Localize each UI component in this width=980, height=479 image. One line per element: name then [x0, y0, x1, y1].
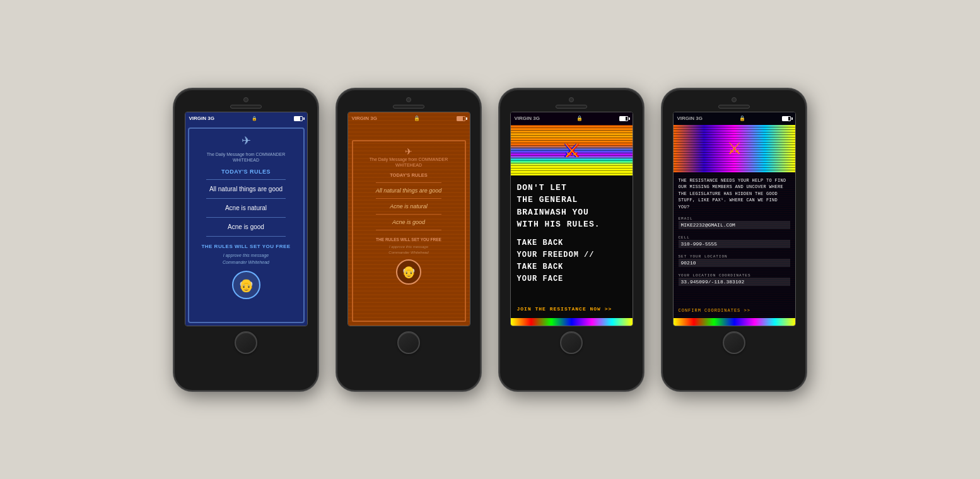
orange-content: ✈ The Daily Message from COMMANDER WHITE… [352, 140, 466, 322]
blue-approve: I approve this message Commander Whitehe… [223, 252, 269, 266]
speaker-2 [393, 105, 424, 109]
status-bar-4: VIRGIN 3G 🔒 [674, 112, 795, 125]
location-label: SET YOUR LOCATION [679, 254, 790, 259]
divider-o2 [376, 198, 441, 199]
data-logo: ⚔ [727, 139, 742, 158]
phone-orange: VIRGIN 3G 🔒 ✈ The Daily Message from COM… [336, 88, 481, 391]
glitch-bottom-bar [511, 318, 633, 326]
camera-1 [243, 97, 248, 102]
home-button-4[interactable] [723, 331, 745, 354]
status-bar-2: VIRGIN 3G 🔒 [348, 112, 470, 125]
data-confirm-cta[interactable]: CONFIRM COORDINATES >> [679, 308, 790, 313]
blue-rule-3: Acne is good [228, 223, 264, 231]
camera-3 [569, 97, 574, 102]
screen-4: VIRGIN 3G 🔒 ⚔ THE RESISTANCE NEEDS YOUR … [673, 112, 796, 326]
carrier-2: VIRGIN 3G [352, 115, 377, 121]
divider-o1 [376, 182, 441, 183]
blue-rule-2: Acne is natural [225, 204, 267, 212]
screen-1: VIRGIN 3G 🔒 ✈ The Daily Message from COM… [185, 112, 308, 326]
coords-value: 33.945099/-118.383102 [679, 278, 790, 286]
phone-top-4 [669, 97, 799, 109]
orange-rule-3: Acne is good [392, 219, 425, 225]
carrier-3: VIRGIN 3G [515, 115, 540, 121]
screen-blue: VIRGIN 3G 🔒 ✈ The Daily Message from COM… [185, 112, 307, 326]
orange-footer: THE RULES WILL SET YOU FREE [376, 237, 441, 242]
blue-section-title: TODAY'S RULES [221, 169, 271, 175]
phone-top-1 [181, 97, 311, 109]
location-field-group: SET YOUR LOCATION 90210 [679, 252, 790, 267]
lock-icon-4: 🔒 [739, 115, 745, 121]
orange-portrait: 👴 [396, 259, 421, 285]
blue-rule-1: All natural things are good [209, 185, 283, 193]
phone-bottom-1 [235, 331, 257, 354]
cell-value[interactable]: 310-999-5555 [679, 240, 790, 248]
divider-b2 [206, 198, 286, 199]
orange-rule-1: All natural things are good [376, 187, 442, 194]
data-body-text: THE RESISTANCE NEEDS YOUR HELP TO FIND O… [679, 177, 790, 211]
orange-approve: I approve this message Commander Whitehe… [388, 244, 428, 256]
carrier-1: VIRGIN 3G [189, 115, 214, 121]
coords-label: YOUR LOCATION COORDINATES [679, 273, 790, 278]
eagle-icon-2: ✈ [405, 146, 412, 157]
divider-o4 [376, 230, 441, 230]
camera-2 [406, 97, 411, 102]
eagle-icon: ✈ [242, 134, 251, 148]
orange-section-title: TODAY'S RULES [390, 172, 428, 178]
data-main-content: THE RESISTANCE NEEDS YOUR HELP TO FIND O… [674, 172, 795, 318]
cell-label: CELL [679, 235, 790, 240]
location-value[interactable]: 90210 [679, 259, 790, 267]
divider-b1 [206, 179, 286, 180]
blue-footer: THE RULES WILL SET YOU FREE [201, 244, 290, 249]
resistance-logo: ⚔ [563, 139, 580, 161]
battery-1 [294, 116, 303, 121]
cell-field-group: CELL 310-999-5555 [679, 233, 790, 248]
carrier-4: VIRGIN 3G [677, 115, 703, 121]
lock-icon-1: 🔒 [252, 116, 257, 121]
glitch-top-image: ⚔ [511, 125, 633, 175]
email-label: EMAIL [679, 216, 790, 221]
glitch-cta[interactable]: JOIN THE RESISTANCE NOW >> [517, 301, 626, 312]
divider-o3 [376, 214, 441, 215]
home-button-1[interactable] [235, 331, 257, 354]
camera-4 [732, 97, 737, 102]
orange-header-text: The Daily Message from COMMANDER WHITEHE… [362, 157, 456, 169]
phone-bottom-4 [723, 331, 745, 354]
home-button-3[interactable] [560, 331, 583, 354]
screen-3: VIRGIN 3G 🔒 ⚔ DON'T LET THE GENERAL BRAI… [510, 112, 633, 326]
phone-blue: VIRGIN 3G 🔒 ✈ The Daily Message from COM… [173, 88, 318, 391]
speaker-1 [230, 105, 262, 109]
glitch-heading: DON'T LET THE GENERAL BRAINWASH YOU WITH… [517, 182, 626, 231]
phone-bottom-3 [560, 331, 583, 354]
divider-b3 [206, 217, 286, 218]
home-button-2[interactable] [397, 331, 420, 354]
lock-icon-2: 🔒 [414, 115, 420, 121]
phone-glitch: VIRGIN 3G 🔒 ⚔ DON'T LET THE GENERAL BRAI… [499, 88, 644, 391]
glitch-main-content: DON'T LET THE GENERAL BRAINWASH YOU WITH… [511, 175, 633, 318]
phone-top-3 [506, 97, 636, 109]
blue-content: ✈ The Daily Message from COMMANDER WHITE… [188, 127, 305, 323]
phone-bottom-2 [397, 331, 420, 354]
phone-data: VIRGIN 3G 🔒 ⚔ THE RESISTANCE NEEDS YOUR … [662, 88, 807, 391]
screen-orange: VIRGIN 3G 🔒 ✈ The Daily Message from COM… [348, 112, 470, 326]
lock-icon-3: 🔒 [576, 115, 583, 121]
data-top-image: ⚔ [674, 125, 795, 172]
blue-header-text: The Daily Message from COMMANDER WHITEHE… [197, 151, 296, 164]
phone-top-2 [344, 97, 474, 109]
screen-data: VIRGIN 3G 🔒 ⚔ THE RESISTANCE NEEDS YOUR … [674, 112, 795, 326]
screen-2: VIRGIN 3G 🔒 ✈ The Daily Message from COM… [347, 112, 470, 326]
divider-b4 [206, 236, 286, 237]
speaker-3 [556, 105, 587, 109]
orange-rule-2: Acne is natural [390, 203, 428, 210]
status-bar-3: VIRGIN 3G 🔒 [511, 112, 633, 125]
speaker-4 [718, 105, 750, 109]
glitch-subtext: TAKE BACK YOUR FREEDOM // TAKE BACK YOUR… [517, 237, 626, 286]
screen-glitch: VIRGIN 3G 🔒 ⚔ DON'T LET THE GENERAL BRAI… [511, 112, 633, 326]
phones-container: VIRGIN 3G 🔒 ✈ The Daily Message from COM… [161, 76, 819, 404]
status-bar-1: VIRGIN 3G 🔒 [185, 112, 307, 125]
email-value[interactable]: MIKE2232@GMAIL.COM [679, 221, 790, 229]
email-field-group: EMAIL MIKE2232@GMAIL.COM [679, 214, 790, 229]
blue-portrait: 👴 [232, 271, 260, 299]
coords-field-group: YOUR LOCATION COORDINATES 33.945099/-118… [679, 271, 790, 286]
